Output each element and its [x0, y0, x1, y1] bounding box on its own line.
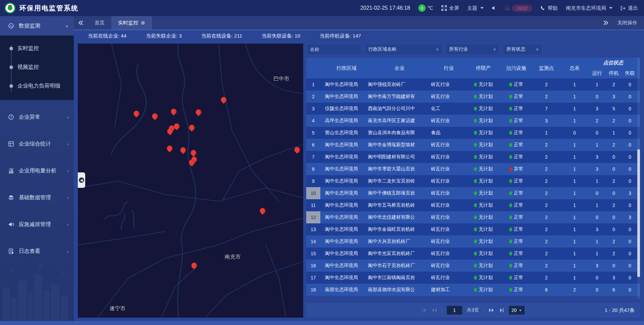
table-row[interactable]: 1阆中生态环境局阆中强锐页岩砖厂砖瓦行业无计划正常21120: [306, 78, 640, 91]
sidebar-subitem-企业电力负荷明细[interactable]: 企业电力负荷明细: [0, 76, 74, 95]
table-row[interactable]: 17阆中生态环境局阆中市江南镇阆南页岩砖瓦行业无计划正常21030: [306, 272, 640, 284]
status-dot-green: [474, 288, 477, 292]
fullscreen-button[interactable]: 全屏: [441, 5, 459, 11]
status-select[interactable]: 所有状态 ∨: [503, 44, 542, 55]
tab-实时监控[interactable]: 实时监控⊗: [111, 16, 152, 30]
table-row[interactable]: 3仪陇生态环境局西南油气田分公司川中化工无计划正常71350: [306, 103, 640, 115]
cell-region: 阆中生态环境局: [320, 223, 368, 235]
status-text: 无计划: [479, 287, 493, 293]
sidebar-item-2[interactable]: 企业异常‹: [0, 107, 74, 127]
table-row[interactable]: 18南部生态环境局南部县驰华水泥有限公建材加工无计划正常62060: [306, 284, 640, 296]
power-analysis-icon: [8, 168, 14, 174]
table-row[interactable]: 8阆中生态环境局阆中市枣碧大梁山页岩砖瓦行业无计划异常21300: [306, 163, 640, 175]
cell-running: 0: [589, 211, 605, 223]
table-row[interactable]: 9阆中生态环境局阆中市二龙长宝页岩砖砖瓦行业无计划正常21120: [306, 175, 640, 187]
cell-region: 阆中生态环境局: [320, 199, 368, 211]
table-row[interactable]: 7阆中生态环境局阆中明阳建材有限公司砖瓦行业无计划正常21300: [306, 151, 640, 163]
cell-halted: 1: [605, 127, 622, 139]
stat-value: 147: [353, 33, 361, 39]
status-text: 无计划: [479, 154, 493, 160]
table-row[interactable]: 14阆中生态环境局阆中大兴页岩机砖厂砖瓦行业无计划正常21120: [306, 235, 640, 248]
name-search-input[interactable]: [306, 44, 362, 55]
cell-total-meter: 1: [560, 199, 589, 211]
table-row[interactable]: 13阆中生态环境局阆中市金福旺页岩机砖砖瓦行业无计划正常21300: [306, 223, 640, 235]
cell-monitor-points: 2: [532, 248, 560, 260]
sidebar: 数据监测∨实时监控视频监控企业电力负荷明细企业异常‹企业综合统计‹企业用电量分析…: [0, 16, 74, 321]
region-select[interactable]: 行政区域名称 ∨: [365, 44, 442, 55]
notification-count-badge: 2632: [512, 5, 532, 12]
cell-monitor-points: 7: [532, 103, 560, 115]
table-row[interactable]: 4高坪生态环境局南充市高坪区王家店建砖瓦行业无计划正常31220: [306, 115, 640, 127]
col-lost: 失联: [622, 68, 638, 78]
cell-total-meter: 1: [560, 91, 589, 103]
logout-button[interactable]: 退出: [621, 5, 638, 11]
tab-close-icon[interactable]: ⊗: [141, 20, 145, 26]
map-collapse-handle[interactable]: ◀: [78, 172, 85, 188]
status-text: 正常: [514, 130, 523, 136]
table-row[interactable]: 6阆中生态环境局阆中市金博瑞新型墙材砖瓦行业无计划正常21120: [306, 139, 640, 151]
table-row[interactable]: 16阆中生态环境局阆中市石子页岩机砖厂砖瓦行业无计划正常21300: [306, 260, 640, 272]
status-text: 无计划: [479, 275, 493, 281]
sidebar-subitem-实时监控[interactable]: 实时监控: [0, 39, 74, 58]
status-dot-green: [474, 264, 477, 268]
cell-industry: 砖瓦行业: [431, 78, 467, 91]
table-row[interactable]: 2阆中生态环境局阆中市南方节能建材有砖瓦行业无计划正常21030: [306, 91, 640, 103]
table-scrollbar-thumb[interactable]: [637, 149, 640, 277]
cell-halted: 5: [605, 103, 622, 115]
cell-company: 阆中市金博瑞新型墙材: [368, 139, 431, 151]
table-scrollbar[interactable]: [637, 58, 640, 299]
cell-lost: 3: [622, 211, 638, 223]
theme-menu[interactable]: 主题: [467, 5, 484, 11]
cell-industry: 建材加工: [431, 284, 467, 296]
industry-select[interactable]: 所有行业 ∨: [445, 44, 500, 55]
sidebar-item-1[interactable]: 数据监测∨: [0, 16, 74, 36]
cell-industry: 砖瓦行业: [431, 175, 467, 187]
status-dot-green: [509, 155, 512, 159]
close-operations-button[interactable]: 关闭操作: [617, 20, 637, 26]
cell-company: 阆中强锐页岩砖厂: [368, 78, 431, 91]
sidebar-item-4[interactable]: 企业用电量分析‹: [0, 161, 74, 180]
footer-strip: [0, 321, 644, 325]
next-page-button[interactable]: [489, 308, 494, 313]
cell-index: 11: [306, 199, 320, 211]
prev-page-button[interactable]: [431, 308, 437, 313]
first-page-button[interactable]: [422, 308, 427, 313]
cell-company: 阆中市二龙长宝页岩砖: [368, 175, 431, 187]
notification-widget[interactable]: 2632: [505, 5, 532, 12]
chevron-down-icon: [480, 7, 484, 9]
page-size-select[interactable]: 20 ▼: [509, 306, 525, 315]
chevron-left-icon: ◀: [79, 177, 84, 183]
table-row[interactable]: 10阆中生态环境局阆中千佛镇五郎垭页岩砖瓦行业无计划正常21003: [306, 187, 640, 199]
cell-stop-production: 无计划: [467, 211, 500, 223]
cell-halted: 2: [605, 235, 622, 248]
map-panel[interactable]: 巴中市南充市遂宁市 ◀: [78, 44, 303, 318]
cell-total-meter: 1: [560, 163, 589, 175]
chevron-down-icon: ▼: [519, 309, 522, 312]
tabs-scroll-left-button[interactable]: [74, 16, 88, 30]
org-menu[interactable]: 南充市生态环境局: [566, 5, 612, 11]
table-row[interactable]: 15阆中生态环境局阆中市光富页岩机砖厂砖瓦行业无计划正常21120: [306, 248, 640, 260]
double-chevron-right-icon[interactable]: [603, 20, 608, 25]
sidebar-item-3[interactable]: 企业综合统计‹: [0, 134, 74, 154]
sidebar-subitem-视频监控[interactable]: 视频监控: [0, 58, 74, 76]
page-number-input[interactable]: [447, 306, 462, 315]
table-row[interactable]: 5营山生态环境局营山县润丰肉食品有限食品无计划正常10010: [306, 127, 640, 139]
tab-首页[interactable]: 首页: [88, 16, 111, 30]
last-page-button[interactable]: [499, 308, 504, 313]
cell-index: 1: [306, 78, 320, 91]
sidebar-menu: 数据监测∨实时监控视频监控企业电力负荷明细企业异常‹企业综合统计‹企业用电量分析…: [0, 16, 74, 261]
sidebar-item-6[interactable]: 应急减排管理‹: [0, 215, 74, 234]
cell-total-meter: 1: [560, 151, 589, 163]
help-button[interactable]: 帮助: [540, 5, 558, 11]
status-text: 无计划: [479, 263, 493, 269]
cell-lost: 0: [622, 272, 638, 284]
table-row[interactable]: 11阆中生态环境局阆中市五马桥页岩机砖砖瓦行业无计划正常21120: [306, 199, 640, 211]
cell-running: 1: [589, 78, 605, 91]
table-row[interactable]: 12阆中生态环境局阆中市忠信建材有限公砖瓦行业无计划正常21003: [306, 211, 640, 223]
sound-button[interactable]: [492, 6, 497, 10]
sidebar-item-5[interactable]: 基础数据管理‹: [0, 188, 74, 207]
cell-stop-production: 无计划: [467, 151, 500, 163]
sidebar-item-7[interactable]: 日志查看‹: [0, 241, 74, 261]
cell-index: 10: [306, 187, 320, 199]
status-text: 无计划: [479, 251, 493, 257]
